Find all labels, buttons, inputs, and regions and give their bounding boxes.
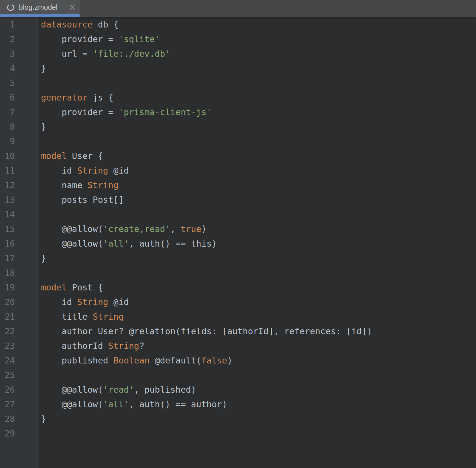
code-line[interactable]: model Post { <box>41 280 476 295</box>
line-number: 14 <box>0 207 15 222</box>
token-text: } <box>41 122 46 132</box>
line-number: 18 <box>0 266 15 280</box>
token-keyword: model <box>41 151 67 161</box>
line-number: 7 <box>0 105 15 119</box>
token-text: @@allow( <box>41 239 103 249</box>
code-line[interactable]: @@allow('create,read', true) <box>41 222 476 236</box>
token-text: User { <box>67 151 103 161</box>
code-line[interactable]: author User? @relation(fields: [authorId… <box>41 324 476 339</box>
code-line[interactable] <box>41 134 476 149</box>
token-text: Post { <box>67 282 103 292</box>
token-text: published <box>41 355 113 365</box>
token-string: 'all' <box>103 239 129 249</box>
line-number: 6 <box>0 90 15 105</box>
code-line[interactable]: id String @id <box>41 163 476 178</box>
token-text: provider = <box>41 34 119 44</box>
token-text: author User? @relation(fields: [authorId… <box>41 326 372 336</box>
token-text: @@allow( <box>41 399 103 409</box>
token-text: , auth() == author) <box>129 399 227 409</box>
line-number: 11 <box>0 163 15 178</box>
token-text: } <box>41 253 46 263</box>
token-text: authorId <box>41 341 108 351</box>
line-number: 10 <box>0 149 15 163</box>
token-string: 'all' <box>103 399 129 409</box>
code-line[interactable]: } <box>41 251 476 266</box>
token-keyword: datasource <box>41 19 93 30</box>
tab-title: blog.zmodel <box>19 3 66 11</box>
code-line[interactable]: datasource db { <box>41 17 476 32</box>
line-number: 1 <box>0 17 15 32</box>
token-keyword: false <box>201 355 227 365</box>
code-line[interactable] <box>41 368 476 382</box>
code-line[interactable]: provider = 'sqlite' <box>41 32 476 46</box>
code-line[interactable]: published Boolean @default(false) <box>41 353 476 368</box>
token-text: id <box>41 166 77 176</box>
line-number: 28 <box>0 412 15 426</box>
token-string: 'sqlite' <box>119 34 160 44</box>
token-text: title <box>41 312 93 322</box>
token-keyword: String <box>93 312 124 322</box>
code-line[interactable]: id String @id <box>41 295 476 309</box>
line-number: 29 <box>0 426 15 441</box>
code-line[interactable] <box>41 266 476 280</box>
token-text: ? <box>139 341 144 351</box>
token-string: 'prisma-client-js' <box>119 107 212 117</box>
line-number-gutter: 1234567891011121314151617181920212223242… <box>0 17 38 468</box>
tab-blog-zmodel[interactable]: blog.zmodel <box>0 0 80 17</box>
token-text: } <box>41 63 46 73</box>
code-line[interactable]: url = 'file:./dev.db' <box>41 46 476 61</box>
token-text: @id <box>108 297 129 307</box>
line-number: 12 <box>0 178 15 192</box>
code-line[interactable]: generator js { <box>41 90 476 105</box>
token-text: name <box>41 180 88 190</box>
line-number: 23 <box>0 339 15 353</box>
spinner-circle-icon <box>6 3 15 12</box>
line-number: 9 <box>0 134 15 149</box>
line-number: 24 <box>0 353 15 368</box>
code-line[interactable]: provider = 'prisma-client-js' <box>41 105 476 119</box>
line-number: 5 <box>0 76 15 90</box>
token-text: } <box>41 414 46 424</box>
token-text: posts Post[] <box>41 195 124 205</box>
token-text: @id <box>108 166 129 176</box>
code-line[interactable]: @@allow('all', auth() == this) <box>41 236 476 251</box>
token-keyword: Boolean <box>113 355 150 365</box>
line-number: 26 <box>0 382 15 397</box>
token-text: , auth() == this) <box>129 239 217 249</box>
token-keyword: String <box>77 297 108 307</box>
code-line[interactable]: } <box>41 61 476 76</box>
line-number: 17 <box>0 251 15 266</box>
token-string: 'file:./dev.db' <box>93 49 170 59</box>
token-keyword: String <box>108 341 139 351</box>
code-line[interactable]: @@allow('read', published) <box>41 382 476 397</box>
code-line[interactable]: } <box>41 412 476 426</box>
token-string: 'create,read' <box>103 224 170 234</box>
token-text: url = <box>41 49 93 59</box>
code-line[interactable]: posts Post[] <box>41 192 476 207</box>
code-line[interactable]: authorId String? <box>41 339 476 353</box>
token-text: provider = <box>41 107 119 117</box>
token-text: ) <box>201 224 206 234</box>
line-number: 13 <box>0 192 15 207</box>
line-number: 22 <box>0 324 15 339</box>
token-text: , <box>170 224 181 234</box>
code-line[interactable] <box>41 76 476 90</box>
line-number: 3 <box>0 46 15 61</box>
line-number: 27 <box>0 397 15 412</box>
code-editor[interactable]: 1234567891011121314151617181920212223242… <box>0 17 476 468</box>
code-line[interactable]: title String <box>41 309 476 324</box>
line-number: 2 <box>0 32 15 46</box>
close-x-icon[interactable] <box>69 4 76 11</box>
code-area[interactable]: datasource db { provider = 'sqlite' url … <box>38 17 476 468</box>
line-number: 21 <box>0 309 15 324</box>
token-keyword: generator <box>41 93 88 103</box>
code-line[interactable]: name String <box>41 178 476 192</box>
token-text: ) <box>227 355 232 365</box>
code-line[interactable]: @@allow('all', auth() == author) <box>41 397 476 412</box>
code-line[interactable]: } <box>41 119 476 134</box>
code-line[interactable]: model User { <box>41 149 476 163</box>
code-line[interactable] <box>41 426 476 441</box>
code-line[interactable] <box>41 207 476 222</box>
token-keyword: String <box>77 166 108 176</box>
line-number: 20 <box>0 295 15 309</box>
